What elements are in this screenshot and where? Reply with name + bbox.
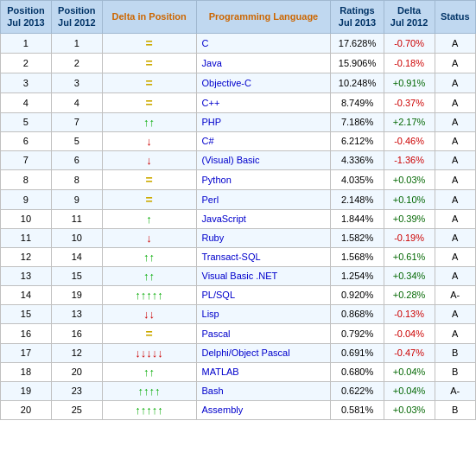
cell-pos-2013: 20	[1, 400, 52, 419]
delta-equal-icon: =	[146, 193, 153, 207]
cell-lang: MATLAB	[196, 362, 331, 381]
header-pos-2013: PositionJul 2013	[1, 1, 52, 34]
delta-up2-icon: ↑↑	[143, 116, 155, 129]
cell-rating: 0.792%	[331, 323, 384, 343]
header-lang: Programming Language	[196, 1, 331, 34]
cell-pos-2012: 14	[51, 247, 102, 266]
cell-delta-pos: ↑↑	[102, 362, 196, 381]
cell-status: A	[435, 150, 476, 169]
table-row: 15 13 ↓↓ Lisp 0.868% -0.13% A	[1, 304, 476, 323]
table-row: 7 6 ↓ (Visual) Basic 4.336% -1.36% A	[1, 150, 476, 169]
cell-status: A-	[435, 285, 476, 304]
delta-up5-icon: ↑↑↑↑↑	[135, 404, 163, 417]
cell-delta-pos: ↑↑↑↑	[102, 381, 196, 400]
cell-pos-2012: 12	[51, 343, 102, 362]
cell-status: A	[435, 53, 476, 73]
cell-delta-rating: -0.70%	[384, 33, 435, 53]
delta-down1-icon: ↓	[146, 232, 152, 245]
cell-lang: C#	[196, 131, 331, 150]
cell-lang: Visual Basic .NET	[196, 266, 331, 285]
cell-lang: Objective-C	[196, 73, 331, 92]
cell-pos-2013: 4	[1, 92, 52, 112]
cell-rating: 7.186%	[331, 112, 384, 131]
cell-pos-2013: 6	[1, 131, 52, 150]
cell-pos-2012: 3	[51, 73, 102, 92]
cell-pos-2012: 10	[51, 228, 102, 247]
cell-lang: Ruby	[196, 228, 331, 247]
cell-delta-rating: +0.03%	[384, 169, 435, 189]
cell-delta-rating: +0.10%	[384, 189, 435, 209]
cell-status: A	[435, 169, 476, 189]
cell-delta-pos: =	[102, 323, 196, 343]
cell-delta-pos: ↑	[102, 209, 196, 228]
table-row: 14 19 ↑↑↑↑↑ PL/SQL 0.920% +0.28% A-	[1, 285, 476, 304]
cell-pos-2013: 5	[1, 112, 52, 131]
delta-up2-icon: ↑↑	[143, 251, 155, 264]
cell-lang: (Visual) Basic	[196, 150, 331, 169]
cell-delta-rating: +0.91%	[384, 73, 435, 92]
cell-rating: 10.248%	[331, 73, 384, 92]
cell-rating: 8.749%	[331, 92, 384, 112]
cell-pos-2012: 7	[51, 112, 102, 131]
cell-pos-2013: 13	[1, 266, 52, 285]
cell-delta-pos: ↑↑	[102, 247, 196, 266]
cell-status: A	[435, 323, 476, 343]
delta-down1-icon: ↓	[146, 154, 152, 167]
cell-pos-2012: 20	[51, 362, 102, 381]
cell-status: A	[435, 209, 476, 228]
cell-pos-2012: 9	[51, 189, 102, 209]
delta-equal-icon: =	[146, 76, 153, 90]
cell-status: B	[435, 362, 476, 381]
delta-up2-icon: ↑↑	[143, 270, 155, 283]
cell-delta-rating: +0.03%	[384, 400, 435, 419]
delta-equal-icon: =	[146, 56, 153, 70]
cell-pos-2013: 8	[1, 169, 52, 189]
cell-pos-2012: 1	[51, 33, 102, 53]
delta-up4-icon: ↑↑↑↑	[138, 385, 161, 398]
cell-status: A-	[435, 381, 476, 400]
cell-pos-2012: 11	[51, 209, 102, 228]
cell-pos-2013: 7	[1, 150, 52, 169]
delta-down1-icon: ↓	[146, 135, 152, 148]
cell-lang: Bash	[196, 381, 331, 400]
cell-rating: 0.868%	[331, 304, 384, 323]
cell-lang: C	[196, 33, 331, 53]
header-delta-pos: Delta in Position	[102, 1, 196, 34]
cell-delta-rating: -0.04%	[384, 323, 435, 343]
cell-delta-rating: +0.28%	[384, 285, 435, 304]
cell-delta-rating: +2.17%	[384, 112, 435, 131]
cell-pos-2012: 2	[51, 53, 102, 73]
cell-delta-rating: +0.04%	[384, 362, 435, 381]
delta-up2-icon: ↑↑	[143, 366, 155, 379]
cell-delta-rating: +0.39%	[384, 209, 435, 228]
cell-delta-pos: ↓↓↓↓↓	[102, 343, 196, 362]
cell-pos-2012: 5	[51, 131, 102, 150]
table-row: 19 23 ↑↑↑↑ Bash 0.622% +0.04% A-	[1, 381, 476, 400]
cell-pos-2013: 15	[1, 304, 52, 323]
cell-delta-rating: -0.47%	[384, 343, 435, 362]
delta-equal-icon: =	[146, 327, 153, 341]
cell-pos-2013: 2	[1, 53, 52, 73]
cell-delta-rating: -0.46%	[384, 131, 435, 150]
table-row: 20 25 ↑↑↑↑↑ Assembly 0.581% +0.03% B	[1, 400, 476, 419]
cell-delta-pos: ↓	[102, 150, 196, 169]
table-row: 12 14 ↑↑ Transact-SQL 1.568% +0.61% A	[1, 247, 476, 266]
cell-status: A	[435, 247, 476, 266]
cell-delta-pos: ↑↑↑↑↑	[102, 400, 196, 419]
cell-pos-2013: 11	[1, 228, 52, 247]
cell-rating: 6.212%	[331, 131, 384, 150]
cell-lang: PHP	[196, 112, 331, 131]
table-row: 13 15 ↑↑ Visual Basic .NET 1.254% +0.34%…	[1, 266, 476, 285]
delta-up1-icon: ↑	[146, 213, 152, 226]
delta-down5-icon: ↓↓↓↓↓	[135, 347, 163, 360]
header-rating: RatingsJul 2013	[331, 1, 384, 34]
cell-rating: 4.336%	[331, 150, 384, 169]
cell-rating: 4.035%	[331, 169, 384, 189]
cell-rating: 0.581%	[331, 400, 384, 419]
table-row: 1 1 = C 17.628% -0.70% A	[1, 33, 476, 53]
delta-down2-icon: ↓↓	[143, 308, 155, 321]
cell-lang: Lisp	[196, 304, 331, 323]
cell-rating: 17.628%	[331, 33, 384, 53]
cell-rating: 15.906%	[331, 53, 384, 73]
cell-rating: 1.568%	[331, 247, 384, 266]
